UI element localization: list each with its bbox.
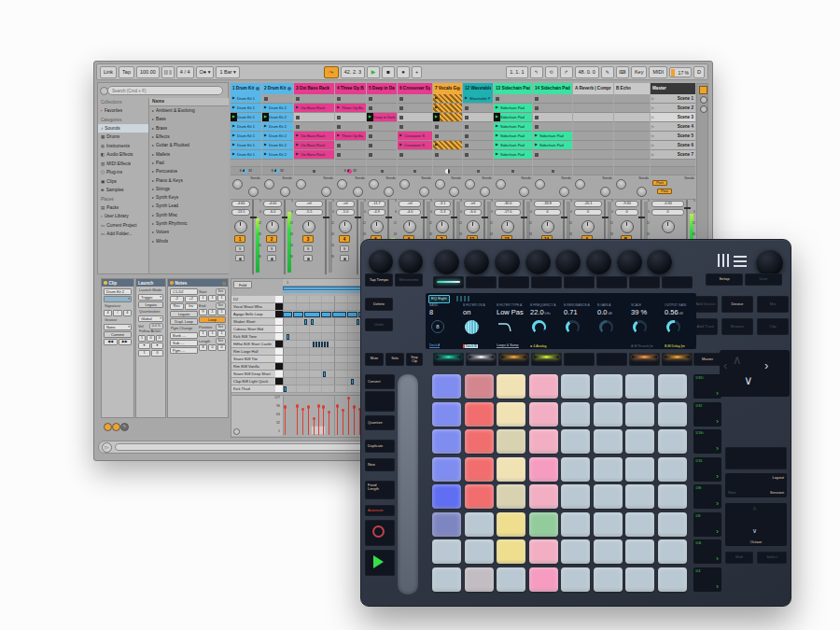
panel-segment[interactable]: 1 xyxy=(217,309,226,315)
post-toggle[interactable]: Post xyxy=(657,189,672,194)
volume-value-box[interactable]: -20.1 xyxy=(574,201,602,207)
panel-field[interactable]: Trigger▾ xyxy=(138,294,163,301)
pad-r7c8[interactable] xyxy=(658,539,687,564)
master-volume-knob[interactable] xyxy=(756,249,783,276)
pan-knob[interactable] xyxy=(662,220,675,233)
panel-button[interactable]: Commit xyxy=(104,331,132,338)
pad-r5c3[interactable] xyxy=(497,484,525,509)
display-top-button-3[interactable] xyxy=(498,276,529,288)
drum-row-name[interactable]: Vocal Shout Wha xyxy=(231,303,275,311)
clip-slot[interactable] xyxy=(573,122,613,132)
session-button[interactable]: Session xyxy=(770,490,784,495)
clip-slot[interactable] xyxy=(463,150,493,160)
volume-value-box[interactable]: -30.0 xyxy=(495,201,521,207)
clip-slot[interactable] xyxy=(398,150,432,160)
panel-segment[interactable]: 1 xyxy=(138,350,150,357)
send-knob-a[interactable] xyxy=(296,179,306,189)
toolbar---button[interactable]: + xyxy=(412,66,422,78)
send-knob-b[interactable] xyxy=(559,187,569,197)
clip-slot[interactable] xyxy=(262,94,293,104)
clip-slot[interactable]: ▶Sidechain Pad xyxy=(494,113,532,122)
clip-slot[interactable]: ▶Deep in Dark xyxy=(367,113,397,122)
velocity-stem[interactable] xyxy=(318,406,319,435)
velocity-stem[interactable] xyxy=(308,407,309,435)
velocity-dot[interactable] xyxy=(284,405,287,408)
sidebar-item-sounds[interactable]: ♪Sounds xyxy=(98,124,148,133)
clip-slot[interactable]: ▶Sidechain Pad xyxy=(494,141,532,150)
velocity-dot[interactable] xyxy=(313,417,315,420)
pan-knob[interactable] xyxy=(467,220,480,233)
pad-r1c2[interactable] xyxy=(465,374,494,399)
panel-button[interactable]: Loop xyxy=(199,316,226,323)
toolbar---icon[interactable]: ↱ xyxy=(560,66,573,78)
toolbar-1-bar--value[interactable]: 1 Bar ▾ xyxy=(216,66,239,78)
browser-name-item[interactable]: ▸Ambient & Evolving xyxy=(149,106,229,115)
clip-slot[interactable]: ▶Drum Kit 1 xyxy=(231,104,261,113)
secondary-value-box[interactable]: -4.0 xyxy=(399,209,421,216)
status-play-icon[interactable]: ▷ xyxy=(102,442,112,453)
clip-slot[interactable] xyxy=(463,122,493,132)
pad-r8c6[interactable] xyxy=(594,567,623,592)
panel-segment[interactable]: 0 xyxy=(147,335,154,342)
panel-field[interactable]: Pgm --- xyxy=(170,347,198,354)
pad-r2c7[interactable] xyxy=(625,402,654,427)
pad-r5c6[interactable] xyxy=(594,484,623,509)
clip-slot[interactable] xyxy=(463,104,493,113)
stop-clip-button[interactable]: StopClip xyxy=(406,353,423,366)
secondary-value-box[interactable]: -5.3 xyxy=(434,209,451,216)
toolbar---icon[interactable]: ⟲ xyxy=(545,66,558,78)
velocity-stem[interactable] xyxy=(329,412,329,435)
pad-r7c5[interactable] xyxy=(561,539,590,564)
velocity-dot[interactable] xyxy=(347,397,350,399)
clip-slot[interactable]: ▶Oxi Bass Rack xyxy=(294,132,334,141)
browser-search[interactable]: Search (Cmd + F) xyxy=(107,86,223,95)
secondary-value-box[interactable]: 0 xyxy=(574,209,602,216)
pad-r3c7[interactable] xyxy=(625,429,654,454)
browser-name-item[interactable]: ▸Bass xyxy=(149,115,229,123)
track-activator-button[interactable]: 2 xyxy=(266,235,277,243)
pad-r5c8[interactable] xyxy=(658,484,687,509)
velocity-dot[interactable] xyxy=(328,411,330,413)
display-top-button-8[interactable] xyxy=(662,276,693,288)
send-knob-b[interactable] xyxy=(419,187,429,197)
send-knob-a[interactable] xyxy=(616,179,626,189)
send-knob-a[interactable] xyxy=(465,179,475,189)
pad-r4c4[interactable] xyxy=(529,457,558,482)
browser-name-item[interactable]: ▸Synth Rhythmic xyxy=(149,219,229,228)
pad-r6c7[interactable] xyxy=(625,512,654,537)
fader-groove[interactable] xyxy=(252,200,254,274)
volume-value-box[interactable]: -11.7 xyxy=(368,201,385,207)
clip-slot[interactable] xyxy=(433,122,462,132)
clip-slot[interactable] xyxy=(463,141,493,150)
midi-note[interactable] xyxy=(287,334,289,340)
pad-r3c6[interactable] xyxy=(594,429,623,454)
clip-slot[interactable] xyxy=(398,104,432,113)
pad-r2c5[interactable] xyxy=(561,402,590,427)
track-activator-button[interactable]: 4 xyxy=(339,235,350,243)
note-button[interactable]: Note xyxy=(728,490,736,495)
pad-r2c8[interactable] xyxy=(658,402,687,427)
panel-field[interactable]: Global▾ xyxy=(138,315,163,322)
clip-slot[interactable] xyxy=(463,113,493,122)
clip-slot[interactable]: ▶Crossover S xyxy=(398,132,432,141)
midi-note[interactable] xyxy=(324,342,326,347)
fader-handle[interactable] xyxy=(684,207,691,209)
toolbar-key-button[interactable]: Key xyxy=(631,66,647,78)
browser-name-item[interactable]: ▸Guitar & Plucked xyxy=(149,141,229,149)
send-knob-a[interactable] xyxy=(264,179,274,189)
clip-slot[interactable] xyxy=(573,132,613,141)
arm-button[interactable] xyxy=(303,255,313,261)
sidebar-item-favorites[interactable]: ▪Favorites xyxy=(98,106,148,116)
midi-note[interactable] xyxy=(318,342,320,347)
panel-segment[interactable]: +2 xyxy=(185,296,199,302)
pad-r3c3[interactable] xyxy=(497,429,525,454)
clip-slot[interactable] xyxy=(294,94,334,104)
clip-slot[interactable] xyxy=(573,94,613,104)
velocity-dot[interactable] xyxy=(322,405,325,408)
panel-button[interactable]: Legato xyxy=(170,311,198,317)
encoder-knob-8[interactable] xyxy=(647,249,672,274)
play-button[interactable] xyxy=(365,550,395,576)
toolbar-play-button[interactable]: ▶ xyxy=(367,66,380,78)
tap-tempo-button[interactable]: Tap Tempo xyxy=(365,273,393,287)
sidebar-item-audio-effects[interactable]: ◧Audio Effects xyxy=(98,150,148,160)
